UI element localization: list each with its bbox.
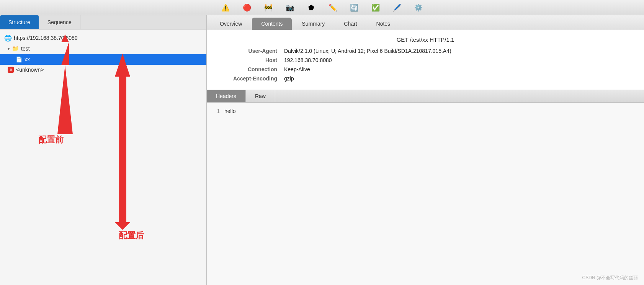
tab-structure[interactable]: Structure (0, 15, 39, 29)
header-key-user-agent: User-Agent (219, 47, 280, 55)
tree-item-unknown[interactable]: ✕ <unknown> (0, 65, 206, 75)
header-value-host: 192.168.38.70:8080 (281, 56, 632, 64)
file-icon: 📄 (15, 56, 22, 63)
header-key-host: Host (219, 56, 280, 64)
capture-icon[interactable]: 📷 (284, 2, 295, 13)
warning-icon[interactable]: ⚠️ (220, 2, 231, 13)
right-panel: Overview Contents Summary Chart Notes GE… (207, 15, 644, 285)
chevron-icon: ▾ (8, 47, 10, 51)
edit-icon[interactable]: 🖊️ (392, 2, 402, 13)
tree-item-xx[interactable]: 📄 xx (0, 54, 206, 65)
request-info: GET /test/xx HTTP/1.1 User-Agent Dalvik/… (207, 30, 644, 90)
sub-tab-headers[interactable]: Headers (207, 90, 246, 102)
main-layout: Structure Sequence 🌐 https://192.168.38.… (0, 15, 644, 285)
tree-area: 🌐 https://192.168.38.70:8080 ▾ 📁 test 📄 … (0, 29, 206, 285)
content-row: 1 hello (213, 106, 638, 116)
content-value: hello (224, 108, 236, 114)
pen-icon[interactable]: ✏️ (327, 2, 338, 13)
tree-item-xx-label: xx (25, 56, 30, 62)
settings-icon[interactable]: ⚙️ (413, 2, 424, 13)
right-tabs: Overview Contents Summary Chart Notes (207, 15, 644, 30)
table-row: User-Agent Dalvik/2.1.0 (Linux; U; Andro… (219, 47, 632, 55)
check-icon[interactable]: ✅ (370, 2, 381, 13)
left-panel: Structure Sequence 🌐 https://192.168.38.… (0, 15, 207, 285)
globe-icon: 🌐 (5, 34, 11, 41)
tab-summary[interactable]: Summary (293, 18, 334, 30)
folder-icon: 📁 (12, 45, 19, 52)
line-number: 1 (213, 108, 224, 114)
tab-notes[interactable]: Notes (367, 18, 400, 30)
header-value-accept-encoding: gzip (281, 74, 632, 83)
table-row: Host 192.168.38.70:8080 (219, 56, 632, 64)
sub-tabs: Headers Raw (207, 90, 644, 103)
left-tabs: Structure Sequence (0, 15, 206, 29)
request-table: User-Agent Dalvik/2.1.0 (Linux; U; Andro… (218, 46, 633, 84)
shape-icon[interactable]: ⬟ (306, 2, 317, 13)
toolbar: ⚠️ 🔴 🚧 📷 ⬟ ✏️ 🔄 ✅ 🖊️ ⚙️ (0, 0, 644, 15)
tree-item-root[interactable]: 🌐 https://192.168.38.70:8080 (0, 33, 206, 43)
tree-item-test[interactable]: ▾ 📁 test (0, 43, 206, 54)
tab-sequence[interactable]: Sequence (39, 15, 80, 29)
caution-icon[interactable]: 🚧 (263, 2, 274, 13)
content-area: 1 hello (207, 103, 644, 285)
table-row: Connection Keep-Alive (219, 65, 632, 74)
tree-item-root-label: https://192.168.38.70:8080 (14, 35, 78, 41)
tree-item-test-label: test (21, 46, 30, 52)
header-value-connection: Keep-Alive (281, 65, 632, 74)
header-key-connection: Connection (219, 65, 280, 74)
table-row: Accept-Encoding gzip (219, 74, 632, 83)
sub-tab-raw[interactable]: Raw (246, 90, 275, 102)
tab-chart[interactable]: Chart (335, 18, 366, 30)
header-value-user-agent: Dalvik/2.1.0 (Linux; U; Android 12; Pixe… (281, 47, 632, 55)
tab-overview[interactable]: Overview (211, 18, 251, 30)
error-icon: ✕ (8, 67, 14, 73)
refresh-icon[interactable]: 🔄 (349, 2, 360, 13)
watermark: CSDN @不会写代码的丝丽 (582, 275, 638, 281)
tree-item-unknown-label: <unknown> (16, 67, 44, 73)
record-icon[interactable]: 🔴 (242, 2, 252, 13)
tab-contents[interactable]: Contents (252, 18, 292, 30)
request-line: GET /test/xx HTTP/1.1 (218, 36, 633, 43)
header-key-accept-encoding: Accept-Encoding (219, 74, 280, 83)
